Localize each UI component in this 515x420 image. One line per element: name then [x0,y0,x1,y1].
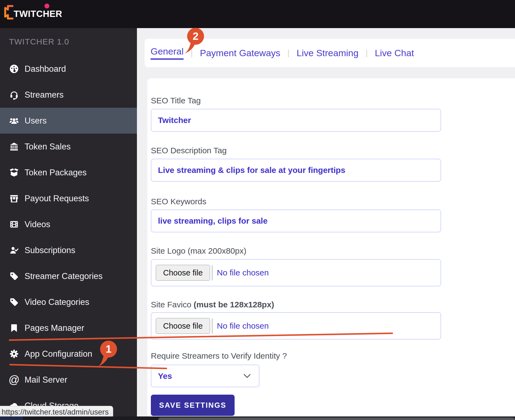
sidebar-item-videos[interactable]: Videos [0,211,137,237]
sidebar-item-streamer-categories[interactable]: Streamer Categories [0,263,137,289]
sidebar-item-subscriptions[interactable]: Subscriptions [0,237,137,263]
desktop-corner-patch [0,416,23,420]
tab-payment-gateways[interactable]: Payment Gateways [200,48,280,58]
open-box-icon [9,167,19,178]
storefront-icon [9,193,19,203]
tab-separator: | [366,48,368,58]
app-header: TWITCHER [0,0,515,28]
verify-identity-selected-value: Yes [158,371,172,381]
site-logo-label: Site Logo (max 200x80px) [151,246,246,256]
at-sign-icon: @ [9,375,19,385]
site-logo-file-status: No file chosen [217,268,269,277]
sidebar-item-label: Streamers [25,90,64,100]
sidebar-nav: Dashboard Streamers [0,56,137,419]
site-favico-file-status: No file chosen [217,321,269,331]
bank-icon [9,142,19,152]
logo-text: TWITCHER [14,9,62,19]
sidebar-item-streamers[interactable]: Streamers [0,82,137,108]
site-logo-file-input[interactable]: Choose file No file chosen [151,259,441,286]
sidebar-item-users[interactable]: Users [0,108,137,134]
settings-tab-bar: General | Payment Gateways | Live Stream… [145,39,515,67]
site-favico-label-bold: (must be 128x128px) [194,300,274,309]
sidebar-item-video-categories[interactable]: Video Categories [0,289,137,315]
speedometer-icon [9,64,19,74]
file-input-divider [212,318,212,334]
tab-separator: | [288,48,290,58]
sidebar-item-label: Payout Requests [25,194,89,203]
sidebar-item-token-sales[interactable]: Token Sales [0,134,137,160]
seo-keywords-label: SEO Keywords [151,197,206,206]
tag-icon [9,271,19,281]
save-settings-button[interactable]: SAVE SETTINGS [151,395,235,416]
bookmark-icon [9,323,19,333]
people-group-icon [9,116,19,126]
verify-identity-label: Require Streamers to Verify Identity ? [151,351,287,361]
sidebar: TWITCHER 1.0 Dashboard [0,28,137,420]
brand-logo[interactable]: TWITCHER [4,3,58,22]
sidebar-item-label: Streamer Categories [25,271,103,281]
tab-general[interactable]: General [151,46,184,60]
sidebar-item-label: Token Sales [25,142,71,152]
sidebar-item-label: Videos [25,220,50,229]
file-input-divider [212,265,212,280]
chevron-down-icon [244,374,251,378]
sidebar-item-label: Subscriptions [25,245,75,255]
site-logo-choose-file-button[interactable]: Choose file [156,265,210,281]
dock-top-edge [158,418,515,420]
site-favico-file-input[interactable]: Choose file No file chosen [151,312,441,340]
film-icon [9,219,19,229]
sidebar-item-label: Pages Manager [25,323,84,333]
screenshot-stage: TWITCHER TWITCHER 1.0 Dashboard [0,0,515,420]
person-check-icon [9,245,19,255]
tab-live-chat[interactable]: Live Chat [375,48,414,58]
sidebar-item-label: Users [25,116,47,126]
headset-icon [9,90,19,100]
tab-separator: | [191,48,193,58]
seo-description-label: SEO Description Tag [151,146,227,155]
seo-keywords-input[interactable] [151,209,441,232]
site-favico-choose-file-button[interactable]: Choose file [156,318,210,334]
sidebar-section-label: TWITCHER 1.0 [9,37,69,46]
seo-title-label: SEO Title Tag [151,96,201,105]
site-favico-label: Site Favico (must be 128x128px) [151,300,274,309]
sidebar-item-pages-manager[interactable]: Pages Manager [0,315,137,341]
sidebar-item-app-configuration[interactable]: App Configuration [0,341,137,367]
verify-identity-select[interactable]: Yes [151,365,259,387]
sidebar-item-label: Video Categories [25,297,89,307]
seo-title-input[interactable] [151,109,441,132]
tab-live-streaming[interactable]: Live Streaming [297,48,358,58]
tag-icon [9,297,19,307]
sidebar-item-label: Dashboard [25,64,66,74]
sidebar-item-label: Mail Server [25,375,67,385]
sidebar-item-payout-requests[interactable]: Payout Requests [0,185,137,211]
seo-description-input[interactable] [151,159,441,182]
gear-icon [9,349,19,359]
site-favico-label-regular: Site Favico [151,300,194,309]
general-settings-form: SEO Title Tag SEO Description Tag SEO Ke… [147,78,515,417]
sidebar-item-label: Token Packages [25,168,86,178]
sidebar-item-mail-server[interactable]: @ Mail Server [0,367,137,393]
sidebar-item-token-packages[interactable]: Token Packages [0,160,137,185]
sidebar-item-label: App Configuration [25,349,92,359]
sidebar-item-dashboard[interactable]: Dashboard [0,56,137,82]
